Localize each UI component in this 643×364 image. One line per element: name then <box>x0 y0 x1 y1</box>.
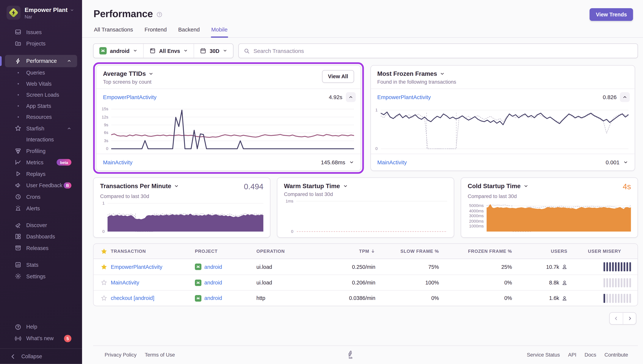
view-trends-button[interactable]: View Trends <box>590 8 633 21</box>
collapse-chart-button[interactable] <box>620 92 630 102</box>
sidebar-item-releases[interactable]: Releases <box>5 242 77 253</box>
sidebar-item-starfish[interactable]: Starfish <box>5 123 77 134</box>
sidebar-item-discover[interactable]: Discover <box>5 220 77 230</box>
transaction-link[interactable]: checkout [android] <box>111 295 195 301</box>
sidebar-item-projects[interactable]: Projects <box>5 38 77 49</box>
project-link[interactable]: android <box>204 280 222 286</box>
org-switcher[interactable]: Empower Plant Nar <box>0 0 82 24</box>
page-title: Performance <box>94 8 153 20</box>
sidebar-item-stats[interactable]: Stats <box>5 259 77 270</box>
footer-link-terms-of-use[interactable]: Terms of Use <box>145 352 175 358</box>
star-toggle[interactable] <box>97 264 111 270</box>
cold-startup-title[interactable]: Cold Startup Time <box>468 182 528 189</box>
tab-all-transactions[interactable]: All Transactions <box>94 27 134 37</box>
sidebar-item-settings[interactable]: Settings <box>5 271 77 282</box>
sidebar-item-issues[interactable]: Issues <box>5 26 77 38</box>
col-project[interactable]: PROJECT <box>195 249 256 254</box>
sidebar-item-web-vitals[interactable]: Web Vitals <box>5 78 77 89</box>
footer-link-api[interactable]: API <box>568 352 576 358</box>
y-axis-label: 15s <box>102 106 108 111</box>
alerts-icon <box>15 205 21 212</box>
sidebar-item-screen-loads[interactable]: Screen Loads <box>5 90 77 100</box>
project-link[interactable]: android <box>204 264 222 270</box>
chevron-down-icon[interactable] <box>349 160 354 165</box>
transaction-link[interactable]: MainActivity <box>103 159 132 166</box>
sidebar-item-label: Screen Loads <box>26 92 59 98</box>
date-range-filter-label: 30D <box>210 48 219 54</box>
sidebar-item-replays[interactable]: Replays <box>5 168 77 179</box>
sidebar-item-alerts[interactable]: Alerts <box>5 203 77 214</box>
sidebar-item-user-feedback[interactable]: User FeedbackB <box>5 180 77 191</box>
android-icon <box>195 264 201 270</box>
col-tpm[interactable]: TPM <box>326 249 380 254</box>
previous-page-button[interactable] <box>610 313 623 324</box>
bullet-icon <box>18 105 19 106</box>
col-frozen-frame[interactable]: FROZEN FRAME % <box>443 249 516 254</box>
footer-link-privacy-policy[interactable]: Privacy Policy <box>105 352 137 358</box>
sidebar-item-profiling[interactable]: Profiling <box>5 145 77 156</box>
chevron-down-icon <box>174 184 179 188</box>
app-root: Empower Plant Nar IssuesProjectsPerforma… <box>0 0 643 364</box>
average-ttids-title[interactable]: Average TTIDs <box>103 70 154 77</box>
col-operation[interactable]: OPERATION <box>256 249 326 254</box>
star-column-header[interactable] <box>97 248 111 254</box>
sidebar-item-label: Queries <box>26 70 45 76</box>
environments-icon <box>149 48 156 54</box>
tab-backend[interactable]: Backend <box>178 27 200 37</box>
org-name[interactable]: Empower Plant <box>25 6 74 14</box>
sidebar-item-resources[interactable]: Resources <box>5 112 77 122</box>
transaction-link[interactable]: MainActivity <box>377 159 407 166</box>
sidebar-item-label: Help <box>26 324 37 330</box>
star-toggle[interactable] <box>97 280 111 286</box>
col-user-misery[interactable]: USER MISERY <box>572 249 637 254</box>
tpm-value: 0.494 <box>244 182 263 191</box>
next-page-button[interactable] <box>623 313 636 324</box>
sidebar-item-what-s-new[interactable]: What's new5 <box>5 333 77 344</box>
users-cell: 10.7k <box>516 264 572 270</box>
y-axis-label: 0 <box>375 146 378 151</box>
project-link[interactable]: android <box>204 295 222 301</box>
col-transaction[interactable]: TRANSACTION <box>111 249 195 254</box>
chevron-up-icon <box>67 59 71 63</box>
most-frozen-frames-title[interactable]: Most Frozen Frames <box>377 70 456 77</box>
footer-link-service-status[interactable]: Service Status <box>527 352 560 358</box>
col-slow-frame[interactable]: SLOW FRAME % <box>380 249 443 254</box>
sidebar-item-queries[interactable]: Queries <box>5 68 77 78</box>
environment-filter[interactable]: All Envs <box>143 44 194 58</box>
view-all-button[interactable]: View All <box>322 70 354 83</box>
sidebar-item-help[interactable]: Help <box>5 321 77 332</box>
search-input[interactable] <box>253 48 632 54</box>
tab-mobile[interactable]: Mobile <box>211 27 228 37</box>
sidebar-item-crons[interactable]: Crons <box>5 191 77 202</box>
sidebar-collapse[interactable]: Collapse <box>0 348 82 364</box>
warm-startup-title[interactable]: Warm Startup Time <box>284 182 348 189</box>
transaction-link[interactable]: EmpowerPlantActivity <box>103 94 156 100</box>
transaction-link[interactable]: EmpowerPlantActivity <box>377 94 431 100</box>
star-toggle[interactable] <box>97 295 111 301</box>
footer-link-contribute[interactable]: Contribute <box>604 352 628 358</box>
widget-row-top: Average TTIDs Top screens by count View … <box>93 62 638 174</box>
sidebar-item-metrics[interactable]: Metricsbeta <box>5 157 77 168</box>
transaction-link[interactable]: EmpowerPlantActivity <box>111 264 195 270</box>
sidebar-item-app-starts[interactable]: App Starts <box>5 100 77 111</box>
replays-icon <box>15 170 21 177</box>
settings-icon <box>15 273 21 280</box>
transaction-link[interactable]: MainActivity <box>111 280 195 286</box>
col-users[interactable]: USERS <box>516 249 572 254</box>
transaction-value: 0.001 <box>606 159 619 166</box>
date-range-filter[interactable]: 30D <box>194 44 233 58</box>
project-filter[interactable]: android <box>94 44 143 58</box>
project-cell: android <box>195 295 256 302</box>
chevron-down-icon[interactable] <box>623 160 628 165</box>
help-circle-icon[interactable] <box>156 12 162 18</box>
tpm-title[interactable]: Transactions Per Minute <box>100 182 179 189</box>
sidebar-item-interactions[interactable]: Interactions <box>5 134 77 145</box>
sidebar-item-dashboards[interactable]: Dashboards <box>5 231 77 242</box>
org-logo[interactable] <box>7 6 21 20</box>
sidebar-item-performance[interactable]: Performance <box>5 55 77 67</box>
tab-frontend[interactable]: Frontend <box>144 27 167 37</box>
footer-link-docs[interactable]: Docs <box>585 352 596 358</box>
collapse-chart-button[interactable] <box>346 92 356 102</box>
sidebar-item-label: Crons <box>26 194 41 200</box>
main-content: Performance View Trends All Transactions… <box>82 0 643 364</box>
